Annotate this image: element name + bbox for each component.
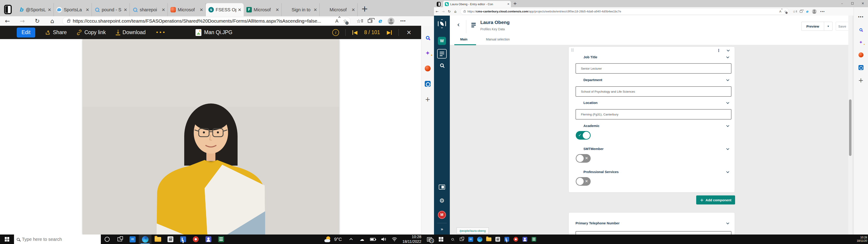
back-icon[interactable]: ← — [0, 18, 15, 24]
task-view-button[interactable] — [114, 235, 126, 244]
task-view-button[interactable] — [458, 236, 465, 243]
maximize-button[interactable] — [847, 0, 858, 7]
rail-panel-icon[interactable] — [439, 185, 445, 189]
show-hidden-icons[interactable] — [348, 238, 354, 241]
reload-icon[interactable]: ↻ — [30, 18, 45, 24]
profile-avatar[interactable] — [388, 18, 395, 24]
tab-microsoft-office[interactable]: Microsof ✕ — [168, 3, 206, 16]
download-button[interactable]: ↓ Download — [116, 29, 146, 35]
close-icon[interactable]: ✕ — [351, 7, 355, 12]
tab-microsoft-forms[interactable]: F Microsof ✕ — [244, 3, 282, 16]
start-button[interactable] — [0, 235, 14, 244]
taskbar-search-button[interactable] — [449, 236, 456, 243]
professional-services-toggle-off[interactable]: ✕ — [576, 177, 591, 186]
address-bar[interactable]: https://cccu.sharepoint.com/teams/FSASOp… — [62, 17, 350, 25]
app-button-l[interactable] — [503, 236, 510, 243]
volume-icon[interactable] — [381, 237, 386, 241]
address-bar[interactable]: https://cms-canterbury.cloud.contensis.c… — [460, 8, 789, 15]
close-viewer-icon[interactable]: ✕ — [406, 29, 411, 36]
tab-main[interactable]: Main — [460, 37, 467, 41]
close-icon[interactable]: ✕ — [237, 7, 242, 12]
department-input[interactable] — [576, 86, 732, 97]
close-icon[interactable]: ✕ — [161, 7, 166, 12]
edit-button[interactable]: Edit — [17, 28, 35, 37]
excel-app-button[interactable] — [530, 236, 537, 243]
favorites-bar-icon[interactable]: ☆ — [356, 18, 361, 24]
close-icon[interactable]: ✕ — [275, 7, 280, 12]
sidebar-more-icon[interactable]: ••• — [858, 14, 864, 20]
tab-sports-bing[interactable]: b @SportsL ✕ — [16, 3, 54, 16]
tab-pound-search[interactable]: pound - S ✕ — [92, 3, 130, 16]
preview-button[interactable]: Preview — [802, 22, 824, 30]
smt-member-toggle-off[interactable]: ✕ — [576, 154, 591, 163]
url-text[interactable]: https://cccu.sharepoint.com/teams/FSASOp… — [73, 18, 331, 24]
home-icon[interactable]: ⌂ — [45, 18, 60, 24]
sidebar-discover-icon[interactable]: ✦ — [424, 50, 431, 57]
back-chevron-icon[interactable]: ‹ — [457, 21, 460, 28]
read-aloud-icon[interactable]: A — [779, 10, 781, 13]
close-icon[interactable]: ✕ — [85, 7, 90, 12]
chevron-down-icon[interactable] — [726, 147, 729, 150]
excel-app-button[interactable] — [215, 235, 227, 244]
info-icon[interactable]: i — [332, 29, 339, 36]
chevron-down-icon[interactable] — [726, 221, 729, 224]
entries-nav-icon-active[interactable] — [437, 49, 447, 59]
drag-handle-icon[interactable] — [571, 49, 574, 52]
url-text[interactable]: https://cms-canterbury.cloud.contensis.c… — [467, 10, 777, 13]
sidebar-add-icon[interactable]: + — [858, 77, 864, 83]
read-aloud-icon[interactable]: A — [335, 18, 338, 24]
edge-app-button[interactable] — [139, 235, 151, 244]
close-icon[interactable]: ✕ — [199, 7, 204, 12]
minimize-button[interactable]: – — [837, 0, 847, 7]
store-app-button[interactable] — [494, 236, 501, 243]
action-center-button[interactable]: 21 — [425, 235, 434, 244]
search-input[interactable] — [22, 237, 90, 242]
favorites-bar-icon[interactable]: ☆ — [793, 10, 796, 13]
tab-microsoft[interactable]: Microsof ✕ — [320, 3, 358, 16]
expand-rail-icon[interactable]: » — [440, 226, 443, 232]
component-kebab-icon[interactable]: ⋮ — [717, 48, 721, 53]
add-component-button[interactable]: + Add component — [696, 195, 735, 205]
sidebar-outlook-icon[interactable] — [858, 65, 864, 70]
close-icon[interactable]: ✕ — [47, 7, 52, 12]
close-window-button[interactable]: ✕ — [858, 0, 868, 7]
rail-search-icon[interactable] — [440, 63, 444, 67]
academic-toggle-on[interactable]: ✓ — [576, 131, 591, 140]
tab-workspaces-button[interactable] — [0, 3, 16, 16]
share-button[interactable]: Share — [45, 29, 67, 35]
tab-sportslab-twitter[interactable]: SportsLa ✕ — [54, 3, 92, 16]
app-button-red[interactable] — [189, 235, 202, 244]
mail-app-button[interactable]: ✉ — [126, 235, 139, 244]
chevron-down-icon[interactable] — [726, 78, 729, 81]
file-explorer-button[interactable] — [485, 236, 492, 243]
home-icon[interactable]: ⌂ — [452, 9, 458, 13]
job-title-input[interactable] — [576, 63, 732, 74]
last-image-button[interactable]: ▶ — [387, 30, 392, 35]
teams-app-button[interactable] — [202, 235, 215, 244]
new-tab-button[interactable]: + — [513, 1, 517, 6]
component-collapse-chevron[interactable] — [727, 49, 730, 52]
onedrive-icon[interactable]: ☁ — [359, 237, 365, 242]
sidebar-office-icon[interactable] — [424, 65, 431, 72]
teams-app-button[interactable] — [521, 236, 528, 243]
clock-right-monitor[interactable]: 10:28 18/11/20 — [857, 236, 867, 243]
forward-icon[interactable]: → — [440, 9, 446, 13]
ie-mode-icon[interactable]: e — [378, 18, 382, 24]
mail-app-button[interactable]: ✉ — [467, 236, 474, 243]
tab-workspaces-button[interactable] — [434, 1, 443, 7]
browser-menu-icon[interactable]: ••• — [400, 19, 406, 24]
weather-widget[interactable]: 9°C — [324, 236, 342, 242]
sidebar-add-icon[interactable]: + — [424, 96, 431, 102]
sidebar-search-icon[interactable] — [424, 34, 431, 41]
back-icon[interactable]: ← — [434, 9, 440, 13]
primary-telephone-input[interactable] — [576, 231, 732, 235]
ie-mode-icon[interactable]: e — [806, 9, 808, 13]
entry-list-icon[interactable] — [471, 23, 476, 28]
close-icon[interactable]: ✕ — [123, 7, 128, 12]
collections-icon[interactable] — [368, 19, 372, 23]
settings-gear-icon[interactable]: ⚙ — [439, 197, 444, 204]
browser-menu-icon[interactable]: ••• — [820, 10, 825, 13]
battery-icon[interactable] — [370, 238, 376, 241]
sidebar-outlook-icon[interactable] — [424, 81, 431, 87]
wifi-icon[interactable] — [392, 237, 397, 241]
